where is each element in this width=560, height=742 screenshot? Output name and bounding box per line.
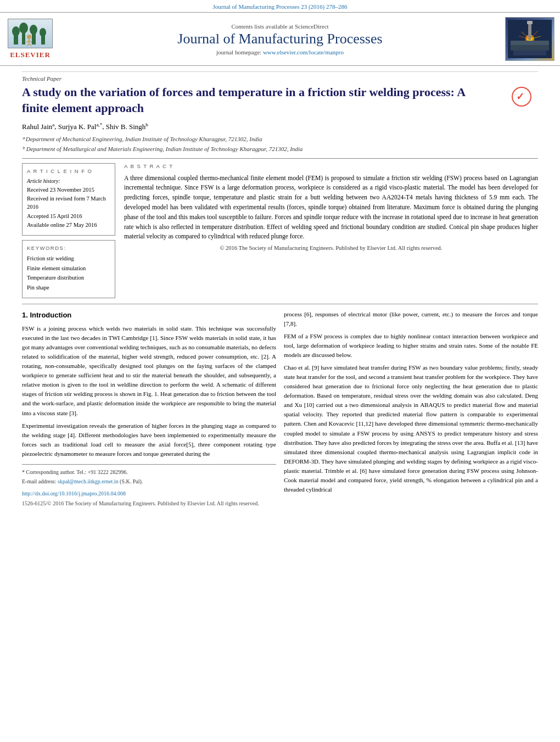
svg-line-12 xyxy=(27,43,29,46)
abstract-text: A three dimensional coupled thermo-mecha… xyxy=(124,174,538,242)
authors-line: Rahul Jaina, Surjya K. Pala,*, Shiv B. S… xyxy=(22,121,538,131)
header-center: Contents lists available at ScienceDirec… xyxy=(55,23,505,55)
abstract-title: A B S T R A C T xyxy=(124,163,538,169)
body-right-col: process [6], responses of electrical mot… xyxy=(284,310,538,508)
received2: Received in revised form 7 March 2016 xyxy=(27,195,110,211)
keyword-2: Finite element simulation xyxy=(27,264,110,273)
keyword-3: Temperature distribution xyxy=(27,274,110,282)
left-column: A R T I C L E I N F O Article history: R… xyxy=(22,163,115,298)
elsevier-logo-image xyxy=(8,19,53,48)
svg-point-8 xyxy=(27,35,31,39)
header-box: ELSEVIER Contents lists available at Sci… xyxy=(0,12,560,66)
homepage-label: journal homepage: xyxy=(216,49,261,55)
svg-line-13 xyxy=(29,43,31,46)
crossmark-badge[interactable]: ✓ xyxy=(512,87,531,107)
author-rahul: Rahul Jaina xyxy=(22,122,54,131)
footnote-email: E-mail address: skpal@mech.iitkgp.ernet.… xyxy=(22,477,276,486)
homepage-line: journal homepage: www.elsevier.com/locat… xyxy=(55,49,505,55)
affiliations: ᵃ Department of Mechanical Engineering, … xyxy=(22,135,538,154)
title-content: A study on the variation of forces and t… xyxy=(22,85,512,121)
intro-heading: 1. Introduction xyxy=(22,310,276,321)
svg-point-7 xyxy=(40,28,46,37)
abstract-copyright: © 2016 The Society of Manufacturing Engi… xyxy=(124,245,538,251)
article-type-label: Technical Paper xyxy=(22,71,538,82)
crossmark-area: ✓ xyxy=(512,85,538,107)
body-left-col: 1. Introduction FSW is a joining process… xyxy=(22,310,276,508)
email-link[interactable]: skpal@mech.iitkgp.ernet.in xyxy=(58,478,119,484)
right-para2: FEM of a FSW process is complex due to h… xyxy=(284,332,538,360)
abstract-section: A B S T R A C T A three dimensional coup… xyxy=(124,163,538,298)
issn-line: 1526-6125/© 2016 The Society of Manufact… xyxy=(22,499,276,508)
accepted: Accepted 15 April 2016 xyxy=(27,213,110,221)
article-info-box: A R T I C L E I N F O Article history: R… xyxy=(22,163,115,236)
intro-para2: Experimental investigation reveals the g… xyxy=(22,421,276,459)
article-body: Technical Paper A study on the variation… xyxy=(0,71,560,508)
footnote-star: * Corresponding author. Tel.: +91 3222 2… xyxy=(22,468,276,477)
author-shiv: Shiv B. Singhb xyxy=(106,122,148,131)
journal-ref-bar: Journal of Manufacturing Processes 23 (2… xyxy=(0,0,560,12)
contents-label: Contents lists available at ScienceDirec… xyxy=(231,23,328,30)
svg-point-5 xyxy=(30,25,37,35)
available-online: Available online 27 May 2016 xyxy=(27,221,110,230)
svg-point-1 xyxy=(12,26,20,36)
keywords-box: Keywords: Friction stir welding Finite e… xyxy=(22,240,115,298)
received1: Received 23 November 2015 xyxy=(27,186,110,194)
article-divider xyxy=(22,158,538,159)
email-label: E-mail address: xyxy=(22,478,56,484)
article-info-title: A R T I C L E I N F O xyxy=(27,168,110,174)
keyword-1: Friction stir welding xyxy=(27,254,110,263)
svg-text:✓: ✓ xyxy=(516,91,524,102)
svg-rect-19 xyxy=(527,21,533,24)
journal-cover-image xyxy=(505,17,555,61)
history-label: Article history: xyxy=(27,177,110,185)
right-para1: process [6], responses of electrical mot… xyxy=(284,310,538,328)
affiliation-a: ᵃ Department of Mechanical Engineering, … xyxy=(22,135,538,144)
intro-para1: FSW is a joining process which welds two… xyxy=(22,324,276,417)
svg-rect-25 xyxy=(511,45,549,51)
svg-point-3 xyxy=(19,23,28,34)
doi-link[interactable]: http://dx.doi.org/10.1016/j.jmapro.2016.… xyxy=(22,489,276,498)
info-abstract-columns: A R T I C L E I N F O Article history: R… xyxy=(22,163,538,298)
keyword-4: Pin shape xyxy=(27,283,110,292)
homepage-url[interactable]: www.elsevier.com/locate/manpro xyxy=(263,49,344,55)
footnote-section: * Corresponding author. Tel.: +91 3222 2… xyxy=(22,464,276,486)
journal-main-title: Journal of Manufacturing Processes xyxy=(55,31,505,47)
title-row: A study on the variation of forces and t… xyxy=(22,85,538,121)
doi-anchor[interactable]: http://dx.doi.org/10.1016/j.jmapro.2016.… xyxy=(22,490,126,496)
author-surjya: Surjya K. Pala,* xyxy=(58,122,102,131)
affiliation-b: ᵇ Department of Metallurgical and Materi… xyxy=(22,144,538,154)
body-divider xyxy=(22,304,538,304)
article-title: A study on the variation of forces and t… xyxy=(22,85,484,116)
body-columns: 1. Introduction FSW is a joining process… xyxy=(22,310,538,508)
elsevier-logo: ELSEVIER xyxy=(5,19,55,59)
contents-line: Contents lists available at ScienceDirec… xyxy=(55,23,505,30)
email-name-note: (S.K. Pal). xyxy=(120,478,143,484)
elsevier-text: ELSEVIER xyxy=(10,51,51,59)
journal-ref-link[interactable]: Journal of Manufacturing Processes 23 (2… xyxy=(212,3,347,10)
keywords-title: Keywords: xyxy=(27,245,110,251)
right-para3: Chao et al. [9] have simulated heat tran… xyxy=(284,363,538,494)
